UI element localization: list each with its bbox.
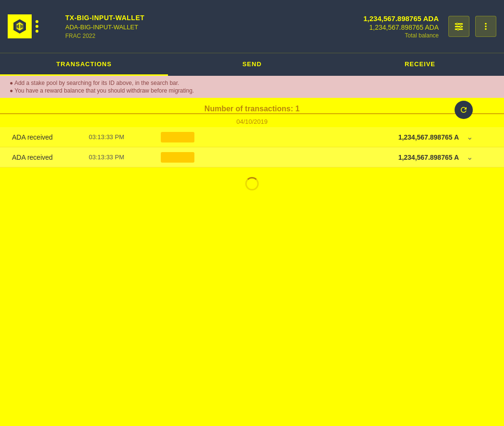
tx-type-label: ADA received	[12, 133, 89, 141]
tx-time: 03:13:33 PM	[89, 154, 161, 161]
table-row[interactable]: ADA received 03:13:33 PM 1,234,567.89876…	[0, 127, 504, 147]
tab-send[interactable]: SEND	[168, 53, 336, 76]
wallet-name-primary: TX-BIG-INPUT-WALLET	[65, 14, 363, 22]
table-row[interactable]: ADA received 03:13:33 PM 1,234,567.89876…	[0, 147, 504, 167]
svg-point-7	[485, 23, 487, 25]
wallet-era: FRAC 2022	[65, 33, 363, 39]
tx-amount: 1,234,567.898765 A	[398, 133, 459, 141]
tab-receive[interactable]: RECEIVE	[336, 53, 504, 76]
alert-line-1: ● Add a stake pool by searching for its …	[10, 80, 494, 86]
transaction-count: 1	[295, 105, 300, 113]
balance-area: 1,234,567.898765 ADA 1,234,567.898765 AD…	[363, 14, 439, 39]
tx-tag-badge	[161, 132, 194, 142]
wallet-info: TX-BIG-INPUT-WALLET ADA-BIG-INPUT-WALLET…	[56, 14, 363, 39]
tab-transactions[interactable]: TRANSACTIONS	[0, 53, 168, 76]
balance-label: Total balance	[405, 32, 439, 39]
svg-point-9	[485, 28, 487, 30]
svg-point-5	[460, 26, 462, 28]
chevron-down-icon[interactable]: ⌄	[467, 132, 473, 142]
more-options-button[interactable]	[475, 16, 496, 37]
balance-primary: 1,234,567.898765 ADA	[363, 14, 439, 23]
date-separator: 04/10/2019	[0, 114, 504, 127]
tx-tag-badge	[161, 152, 194, 163]
nav-tabs: TRANSACTIONS SEND RECEIVE	[0, 53, 504, 76]
tx-time: 03:13:33 PM	[89, 133, 161, 141]
header: TX-BIG-INPUT-WALLET ADA-BIG-INPUT-WALLET…	[0, 0, 504, 53]
loading-spinner	[245, 177, 259, 190]
svg-point-6	[457, 28, 459, 30]
alert-banner: ● Add a stake pool by searching for its …	[0, 76, 504, 98]
svg-point-4	[456, 23, 458, 25]
refresh-button[interactable]	[455, 101, 473, 119]
svg-point-8	[485, 25, 487, 27]
loading-spinner-container	[0, 167, 504, 200]
tx-amount: 1,234,567.898765 A	[398, 154, 459, 161]
logo-icon	[8, 14, 32, 38]
wallet-name-secondary: ADA-BIG-INPUT-WALLET	[65, 24, 363, 31]
balance-secondary: 1,234,567.898765 ADA	[369, 24, 439, 31]
transactions-list: ADA received 03:13:33 PM 1,234,567.89876…	[0, 127, 504, 167]
chevron-down-icon[interactable]: ⌄	[467, 153, 473, 162]
alert-line-2: ● You have a reward balance that you sho…	[10, 87, 494, 94]
logo-area	[8, 14, 56, 38]
logo-dots	[36, 20, 38, 33]
transaction-count-label: Number of transactions: 1	[204, 105, 300, 113]
tx-type-label: ADA received	[12, 154, 89, 161]
header-actions	[448, 16, 496, 37]
wallet-settings-button[interactable]	[448, 16, 469, 37]
